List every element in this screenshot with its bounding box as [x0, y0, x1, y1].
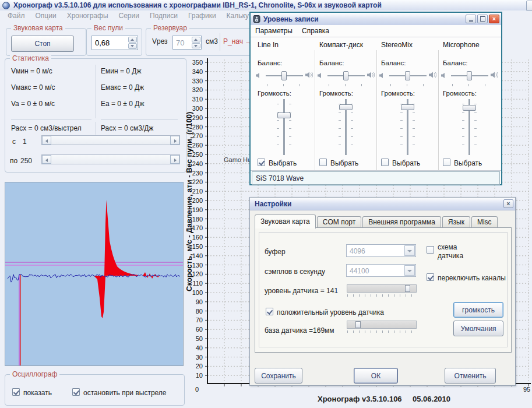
balance-slider-thumb[interactable]	[405, 71, 410, 80]
show-checkbox[interactable]	[12, 388, 20, 396]
dropdown-icon[interactable]	[404, 265, 415, 276]
stop-button[interactable]: Стоп	[11, 36, 74, 52]
balance-slider[interactable]	[327, 75, 365, 76]
close-button[interactable]: ×	[489, 15, 499, 23]
range-from-scrollbar[interactable]	[41, 135, 180, 145]
save-button[interactable]: Сохранить	[255, 368, 302, 384]
sensor-scheme-checkbox[interactable]	[427, 246, 434, 254]
select-checkbox[interactable]	[258, 159, 265, 166]
volume-slider-thumb[interactable]	[463, 105, 476, 111]
range-to-scrollbar[interactable]	[41, 154, 180, 164]
y-tick-label: 50	[196, 335, 203, 342]
tab-sound-card[interactable]: Звуковая карта	[255, 214, 316, 228]
y-tick-label: 230	[192, 170, 203, 177]
vrez-spinner[interactable]: 70	[172, 36, 202, 50]
volume-slider-thumb[interactable]	[339, 104, 353, 110]
select-checkbox[interactable]	[319, 159, 327, 166]
settings-tabs: Звуковая карта COM порт Внешняя программ…	[255, 214, 499, 228]
menu-captions[interactable]: Подписи	[145, 12, 183, 20]
defaults-button[interactable]: Умолчания	[453, 321, 503, 336]
tab-language[interactable]: Язык	[442, 216, 470, 228]
sensor-base-slider-thumb[interactable]	[355, 321, 361, 328]
balance-slider[interactable]	[266, 75, 303, 76]
y-tick-label: 350	[192, 59, 203, 66]
y-tick-label: 110	[192, 280, 203, 287]
y-tick-label: 290	[192, 114, 203, 121]
sensor-level-slider-thumb[interactable]	[405, 285, 410, 292]
minimize-button[interactable]	[466, 15, 476, 23]
volume-slider[interactable]	[283, 99, 285, 155]
menu-chronographs[interactable]: Хронографы	[62, 12, 114, 20]
bullet-weight-group-label: Вес пули	[91, 24, 125, 32]
tab-misc[interactable]: Misc	[471, 216, 498, 228]
y-tick-label: 300	[192, 105, 203, 112]
partial-window-button[interactable]	[526, 1, 532, 11]
stat-flow-shot: Расх = 0 см3/выстрел	[11, 124, 82, 132]
balance-slider-thumb[interactable]	[467, 71, 472, 80]
mixer-menu-parameters[interactable]: Параметры	[251, 27, 297, 35]
scroll-left-icon[interactable]	[42, 155, 51, 164]
spin-up-icon[interactable]	[128, 37, 137, 43]
ok-button[interactable]: ОК	[354, 368, 398, 384]
buffer-combobox[interactable]: 4096	[346, 244, 416, 257]
y-tick-label: 190	[192, 206, 203, 213]
spin-down-icon[interactable]	[128, 43, 137, 49]
volume-button[interactable]: громкость	[453, 302, 503, 318]
bullet-weight-spinner[interactable]: 0,68	[91, 36, 138, 50]
volume-ticks	[400, 104, 403, 152]
y-tick-label: 330	[192, 78, 203, 85]
samples-label: сэмплов в секунду	[265, 268, 325, 276]
menu-graphs[interactable]: Графики	[183, 12, 221, 20]
cancel-button[interactable]: Отменить	[445, 368, 496, 384]
y-tick-label: 160	[192, 234, 203, 241]
select-checkbox[interactable]	[381, 159, 389, 166]
restore-button[interactable]	[477, 15, 488, 23]
divider	[96, 65, 96, 118]
tab-com-port[interactable]: COM порт	[317, 216, 361, 228]
app-icon	[2, 2, 10, 9]
y-tick-label: 70	[196, 316, 203, 323]
scroll-right-icon[interactable]	[170, 136, 179, 145]
divider	[11, 119, 91, 120]
sensor-base-slider[interactable]	[347, 321, 417, 329]
volume-label: Громкость:	[443, 90, 477, 97]
select-checkbox-label: Выбрать	[330, 159, 358, 167]
stat-vmin: Vмин = 0 м/с	[11, 67, 52, 75]
menu-file[interactable]: Файл	[2, 12, 30, 20]
spin-down-icon[interactable]	[192, 43, 200, 49]
sensor-level-slider[interactable]	[347, 284, 417, 293]
x-tick-first: 0	[193, 386, 201, 393]
stat-vmax: Vмакс = 0 м/с	[11, 83, 55, 92]
balance-slider-thumb[interactable]	[281, 71, 287, 80]
positive-level-checkbox[interactable]	[266, 308, 273, 315]
stat-emin: Емин = 0 Дж	[101, 67, 141, 75]
balance-slider-thumb[interactable]	[343, 71, 348, 80]
stop-on-shot-checkbox-label: остановить при выстреле	[83, 389, 167, 397]
oscillogram-panel	[5, 182, 184, 366]
scroll-right-icon[interactable]	[170, 155, 179, 164]
speaker-small-icon	[441, 72, 448, 79]
dropdown-icon[interactable]	[404, 245, 415, 256]
mixer-menu-help[interactable]: Справка	[297, 27, 334, 35]
volume-slider-thumb[interactable]	[277, 112, 291, 118]
balance-slider[interactable]	[389, 75, 427, 76]
balance-label: Баланс:	[319, 59, 344, 66]
tab-external-program[interactable]: Внешняя программа	[362, 216, 441, 228]
volume-slider-thumb[interactable]	[401, 104, 414, 110]
menu-options[interactable]: Опции	[30, 12, 62, 20]
main-titlebar: Хронограф v3.5.10.106 для использования …	[0, 0, 532, 10]
y-tick-label: 220	[192, 178, 203, 185]
scroll-left-icon[interactable]	[42, 136, 51, 145]
close-icon: ×	[492, 16, 496, 22]
channel-name: Компакт-диск	[319, 41, 363, 49]
balance-slider[interactable]	[451, 75, 488, 76]
close-button[interactable]: ×	[503, 199, 513, 208]
main-window-title: Хронограф v3.5.10.106 для использования …	[13, 1, 382, 9]
spin-up-icon[interactable]	[192, 37, 200, 43]
menu-series[interactable]: Серии	[114, 12, 145, 20]
samples-combobox[interactable]: 44100	[346, 264, 416, 277]
select-checkbox[interactable]	[443, 159, 450, 166]
stop-on-shot-checkbox[interactable]	[72, 388, 80, 396]
switch-channels-checkbox[interactable]	[427, 273, 434, 281]
sensor-level-ticks	[347, 294, 416, 297]
